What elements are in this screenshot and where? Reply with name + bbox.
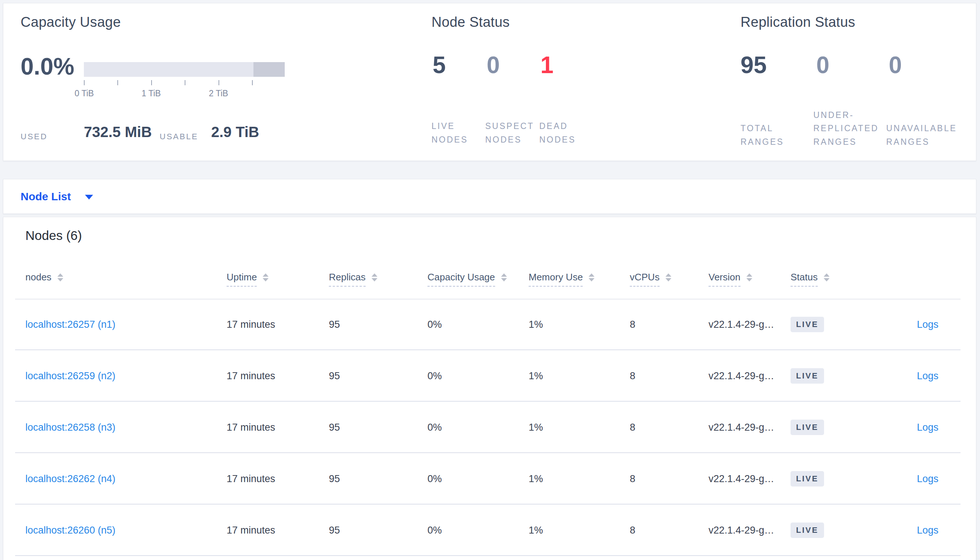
dead-nodes-count: 1 xyxy=(540,53,554,77)
cluster-summary-panel: Capacity Usage 0.0% 0 TiB 1 TiB 2 TiB US… xyxy=(3,3,976,161)
replicas-cell: 95 xyxy=(329,319,340,330)
column-header-replicas[interactable]: Replicas xyxy=(329,272,378,287)
uptime-cell: 17 minutes xyxy=(227,473,275,485)
logs-link[interactable]: Logs xyxy=(917,370,938,382)
sort-icon[interactable] xyxy=(666,273,671,282)
sort-icon[interactable] xyxy=(371,273,378,282)
status-badge: LIVE xyxy=(791,420,824,435)
unavailable-ranges-count: 0 xyxy=(889,53,902,77)
capacity-cell: 0% xyxy=(428,525,442,536)
column-header-status[interactable]: Status xyxy=(791,272,829,287)
capacity-percent: 0.0% xyxy=(21,55,74,78)
capacity-cell: 0% xyxy=(428,422,442,433)
logs-link[interactable]: Logs xyxy=(917,473,938,485)
usable-label: USABLE xyxy=(160,132,198,142)
capacity-cell: 0% xyxy=(428,370,442,382)
suspect-nodes-label: SUSPECT NODES xyxy=(485,119,542,147)
uptime-cell: 17 minutes xyxy=(227,370,275,382)
capacity-cell: 0% xyxy=(428,473,442,485)
total-ranges-count: 95 xyxy=(741,53,767,77)
node-list-dropdown[interactable]: Node List xyxy=(21,179,93,213)
logs-link[interactable]: Logs xyxy=(917,525,938,536)
capacity-axis-tick xyxy=(185,80,186,85)
capacity-cell: 0% xyxy=(428,319,442,330)
under-replicated-ranges-count: 0 xyxy=(816,53,829,77)
column-header-nodes[interactable]: nodes xyxy=(25,272,63,286)
memory-cell: 1% xyxy=(528,422,543,433)
version-cell: v22.1.4-29-g… xyxy=(709,319,774,330)
logs-link[interactable]: Logs xyxy=(917,422,938,433)
uptime-cell: 17 minutes xyxy=(227,525,275,536)
uptime-cell: 17 minutes xyxy=(227,319,275,330)
memory-cell: 1% xyxy=(528,525,543,536)
sort-icon[interactable] xyxy=(824,273,829,282)
status-badge: LIVE xyxy=(791,317,824,332)
status-badge: LIVE xyxy=(791,523,824,538)
version-cell: v22.1.4-29-g… xyxy=(709,422,774,433)
row-divider xyxy=(15,555,960,556)
table-row: localhost:26260 (n5) 17 minutes 95 0% 1%… xyxy=(3,505,976,556)
capacity-axis-label: 1 TiB xyxy=(137,88,166,98)
node-list-dropdown-label: Node List xyxy=(21,190,71,203)
nodes-table-panel: Nodes (6) nodes Uptime Replicas Capacity… xyxy=(3,217,976,560)
column-header-uptime[interactable]: Uptime xyxy=(227,272,269,287)
nodes-table-header: nodes Uptime Replicas Capacity Usage Mem… xyxy=(3,272,976,299)
vcpus-cell: 8 xyxy=(630,422,635,433)
replicas-cell: 95 xyxy=(329,370,340,382)
uptime-cell: 17 minutes xyxy=(227,422,275,433)
unavailable-ranges-label: UNAVAILABLE RANGES xyxy=(886,122,978,149)
table-row: localhost:26259 (n2) 17 minutes 95 0% 1%… xyxy=(3,350,976,402)
sort-icon[interactable] xyxy=(263,273,269,282)
chevron-down-icon xyxy=(85,195,93,200)
version-cell: v22.1.4-29-g… xyxy=(709,370,774,382)
node-status-title: Node Status xyxy=(431,14,510,30)
capacity-bar xyxy=(84,62,285,77)
node-link[interactable]: localhost:26259 (n2) xyxy=(25,370,115,382)
used-value: 732.5 MiB xyxy=(84,124,152,140)
replicas-cell: 95 xyxy=(329,525,340,536)
view-selector-bar: Node List xyxy=(3,179,976,214)
usable-value: 2.9 TiB xyxy=(211,124,259,140)
node-link[interactable]: localhost:26257 (n1) xyxy=(25,319,115,330)
capacity-axis-tick xyxy=(84,80,85,85)
column-header-capacity-usage[interactable]: Capacity Usage xyxy=(428,272,507,287)
table-row: localhost:26257 (n1) 17 minutes 95 0% 1%… xyxy=(3,299,976,350)
replication-status-title: Replication Status xyxy=(741,14,855,30)
version-cell: v22.1.4-29-g… xyxy=(709,525,774,536)
table-row: localhost:26262 (n4) 17 minutes 95 0% 1%… xyxy=(3,453,976,505)
nodes-table-title: Nodes (6) xyxy=(25,228,82,243)
table-row: localhost:26258 (n3) 17 minutes 95 0% 1%… xyxy=(3,402,976,453)
logs-link[interactable]: Logs xyxy=(917,319,938,330)
capacity-axis-label: 0 TiB xyxy=(70,88,99,98)
column-header-vcpus[interactable]: vCPUs xyxy=(630,272,671,287)
sort-icon[interactable] xyxy=(589,273,594,282)
capacity-axis-tick xyxy=(219,80,219,85)
capacity-axis-tick xyxy=(151,80,152,85)
capacity-bar-end-segment xyxy=(253,62,285,77)
column-header-memory-use[interactable]: Memory Use xyxy=(528,272,594,287)
used-label: USED xyxy=(21,132,47,142)
status-badge: LIVE xyxy=(791,368,824,383)
memory-cell: 1% xyxy=(528,319,543,330)
replicas-cell: 95 xyxy=(329,422,340,433)
node-link[interactable]: localhost:26262 (n4) xyxy=(25,473,115,485)
version-cell: v22.1.4-29-g… xyxy=(709,473,774,485)
live-nodes-label: LIVE NODES xyxy=(431,119,478,147)
node-link[interactable]: localhost:26260 (n5) xyxy=(25,525,115,536)
cluster-overview-page: Capacity Usage 0.0% 0 TiB 1 TiB 2 TiB US… xyxy=(0,0,980,560)
capacity-usage-title: Capacity Usage xyxy=(21,14,120,30)
vcpus-cell: 8 xyxy=(630,319,635,330)
replicas-cell: 95 xyxy=(329,473,340,485)
status-badge: LIVE xyxy=(791,471,824,487)
node-link[interactable]: localhost:26258 (n3) xyxy=(25,422,115,433)
live-nodes-count: 5 xyxy=(433,53,446,77)
sort-icon[interactable] xyxy=(57,273,63,282)
capacity-axis-label: 2 TiB xyxy=(204,88,233,98)
sort-icon[interactable] xyxy=(501,273,507,282)
memory-cell: 1% xyxy=(528,473,543,485)
column-header-version[interactable]: Version xyxy=(709,272,752,287)
capacity-axis-tick xyxy=(117,80,118,85)
memory-cell: 1% xyxy=(528,370,543,382)
vcpus-cell: 8 xyxy=(630,525,635,536)
sort-icon[interactable] xyxy=(746,273,752,282)
